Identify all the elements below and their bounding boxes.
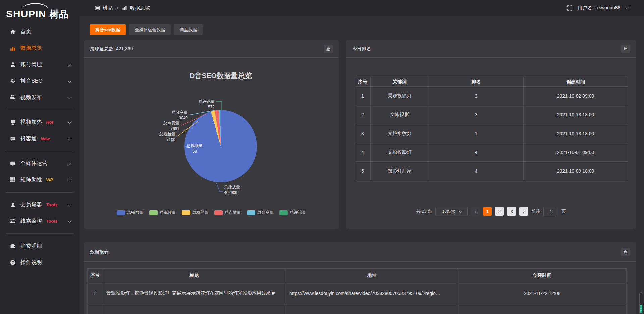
sidebar-item-account[interactable]: 账号管理 bbox=[0, 56, 80, 73]
chevron-down-icon[interactable] bbox=[626, 6, 629, 9]
chart-panel-header: 展现量总数: 421,369 总 bbox=[84, 40, 339, 58]
legend-item[interactable]: 总分享量 bbox=[247, 210, 273, 215]
sidebar-item-doukerton[interactable]: 抖客通 New bbox=[0, 130, 80, 147]
col-keyword: 关键词 bbox=[371, 77, 429, 87]
tools-badge: Tools bbox=[46, 219, 57, 224]
ranking-title: 今日排名 bbox=[352, 46, 371, 52]
sidebar-item-label: 首页 bbox=[20, 28, 31, 35]
main-content: 抖音seo数据 全媒体运营数据 询盘数据 展现量总数: 421,369 总 D音… bbox=[80, 16, 644, 314]
table-view-button[interactable]: 表 bbox=[621, 248, 630, 256]
sidebar-item-label: 矩阵助推 bbox=[20, 176, 42, 184]
sidebar-item-member-burst[interactable]: 会员爆客 Tools bbox=[0, 197, 80, 213]
chevron-down-icon bbox=[68, 62, 71, 66]
goto-page-input[interactable] bbox=[543, 207, 558, 216]
topbar-right: 用户名：zswodun88 bbox=[567, 5, 644, 11]
tools-badge: Tools bbox=[46, 202, 57, 207]
total-count: 共 23 条 bbox=[416, 208, 432, 214]
logo-text-cn: 树品 bbox=[50, 9, 68, 19]
next-page-button[interactable]: › bbox=[519, 207, 528, 216]
prev-page-button[interactable]: ‹ bbox=[471, 207, 480, 216]
scrollbar-thumb[interactable] bbox=[640, 305, 642, 313]
col-no: 序号 bbox=[88, 269, 102, 282]
sidebar-item-video-publish[interactable]: 视频发布 bbox=[0, 89, 80, 106]
screen-push-icon bbox=[10, 119, 16, 125]
fullscreen-icon[interactable] bbox=[567, 5, 572, 11]
username-menu[interactable]: 用户名：zswodun88 bbox=[578, 5, 620, 11]
tab-douyin-seo-data[interactable]: 抖音seo数据 bbox=[90, 24, 126, 35]
video-camera-icon bbox=[10, 95, 16, 100]
new-badge: New bbox=[41, 136, 50, 141]
sidebar-item-matrix-boost[interactable]: 矩阵助推 VIP bbox=[0, 172, 80, 188]
monitor-icon bbox=[10, 161, 16, 166]
breadcrumb-current[interactable]: 数据总览 bbox=[130, 5, 150, 11]
table-row: 3 文旅水纹灯 1 2021-10-13 18:00 bbox=[355, 124, 628, 143]
mini-bar-chart-icon bbox=[122, 6, 127, 10]
sidebar-item-video-heat[interactable]: 视频加热 Hot bbox=[0, 114, 80, 130]
sidebar-item-help[interactable]: ? 操作说明 bbox=[0, 254, 80, 271]
chevron-down-icon bbox=[68, 136, 71, 140]
col-no: 序号 bbox=[355, 77, 371, 87]
report-title: 数据报表 bbox=[90, 249, 109, 255]
sidebar-item-label: 消费明细 bbox=[20, 243, 42, 250]
sidebar-item-lead-monitor[interactable]: 线索监控 Tools bbox=[0, 213, 80, 229]
sidebar-item-label: 线索监控 bbox=[20, 218, 42, 225]
brand-logo[interactable]: SHUPIN 树品 bbox=[0, 0, 80, 23]
pie-label-fans: 总粉丝量 7100 bbox=[147, 131, 175, 143]
sidebar-item-label: 会员爆客 bbox=[20, 201, 42, 208]
page-button-3[interactable]: 3 bbox=[507, 207, 516, 216]
sidebar-item-label: 抖客通 bbox=[20, 135, 37, 142]
today-ranking-panel: 今日排名 日 序号 关键词 排名 创建时间 1 景观投影灯 bbox=[346, 40, 636, 229]
legend-item[interactable]: 总粉丝量 bbox=[182, 210, 208, 215]
sidebar-item-douyin-seo[interactable]: 抖音SEO bbox=[0, 73, 80, 89]
wallet-icon bbox=[10, 243, 16, 249]
sidebar-item-spend-detail[interactable]: 消费明细 bbox=[0, 238, 80, 254]
page-unit-label: 页 bbox=[561, 208, 566, 214]
legend-item[interactable]: 总点赞量 bbox=[214, 210, 241, 215]
video-url-link[interactable]: https://www.iesdouyin.com/share/video/70… bbox=[286, 282, 458, 304]
tab-omni-media-data[interactable]: 全媒体运营数据 bbox=[129, 24, 171, 35]
vip-badge: VIP bbox=[46, 177, 53, 182]
pie-label-plays: 总播放量 402909 bbox=[224, 184, 261, 196]
app-window: SHUPIN 树品 首页 数据总览 账号管理 抖音SEO 视频发布 bbox=[0, 0, 644, 314]
breadcrumb-separator: > bbox=[116, 6, 119, 10]
tab-inquiry-data[interactable]: 询盘数据 bbox=[174, 24, 203, 35]
sidebar-item-label: 账号管理 bbox=[20, 61, 42, 68]
chevron-down-icon bbox=[459, 209, 462, 213]
legend-item[interactable]: 总视频量 bbox=[149, 210, 176, 215]
page-button-1[interactable]: 1 bbox=[483, 207, 492, 216]
total-view-button[interactable]: 总 bbox=[324, 45, 333, 53]
pie-label-likes: 总点赞量 7681 bbox=[151, 120, 179, 132]
pie-label-videos: 总视频量 58 bbox=[179, 143, 210, 154]
chevron-down-icon bbox=[68, 78, 71, 82]
legend-item[interactable]: 总评论量 bbox=[279, 210, 306, 215]
table-row: 1 景观投影灯 3 2021-10-02 09:00 bbox=[355, 87, 628, 105]
col-rank: 排名 bbox=[429, 77, 524, 87]
page-size-select[interactable]: 10条/页 bbox=[435, 207, 468, 216]
vertical-scrollbar bbox=[639, 292, 643, 314]
svg-text:?: ? bbox=[12, 261, 14, 264]
ranking-panel-header: 今日排名 日 bbox=[346, 40, 636, 58]
breadcrumb-root[interactable]: 树品 bbox=[103, 5, 113, 11]
legend-item[interactable]: 总播放量 bbox=[117, 210, 143, 215]
sidebar-item-data-overview[interactable]: 数据总览 bbox=[0, 40, 80, 56]
report-panel-header: 数据报表 表 bbox=[84, 242, 636, 262]
sidebar-item-omni-media[interactable]: 全媒体运营 bbox=[0, 155, 80, 172]
table-row: 2 文旅投影 3 2021-10-13 18:00 bbox=[355, 105, 628, 124]
page-button-2[interactable]: 2 bbox=[495, 207, 504, 216]
table-row-partial bbox=[88, 304, 627, 314]
ranking-table: 序号 关键词 排名 创建时间 1 景观投影灯 3 2021-10-02 09:0… bbox=[355, 77, 628, 180]
sidebar-divider bbox=[6, 110, 74, 110]
table-header-row: 序号 标题 地址 创建时间 bbox=[88, 269, 627, 282]
chevron-down-icon bbox=[68, 202, 71, 206]
sidebar-divider bbox=[6, 192, 74, 193]
sidebar-item-label: 抖音SEO bbox=[20, 77, 43, 85]
table-row: 4 文旅投影灯 4 2021-10-01 09:00 bbox=[355, 143, 628, 162]
topbar: 树品 > 数据总览 用户名：zswodun88 bbox=[80, 0, 644, 16]
legend-swatch bbox=[279, 210, 288, 215]
col-created: 创建时间 bbox=[458, 269, 627, 282]
day-view-button[interactable]: 日 bbox=[621, 45, 630, 53]
sidebar-item-home[interactable]: 首页 bbox=[0, 23, 80, 40]
sidebar-item-label: 操作说明 bbox=[20, 259, 42, 266]
seo-chart-panel: 展现量总数: 421,369 总 D音SEO数据量总览 总评论量 572 总分享… bbox=[84, 40, 339, 229]
chevron-down-icon bbox=[68, 177, 71, 181]
